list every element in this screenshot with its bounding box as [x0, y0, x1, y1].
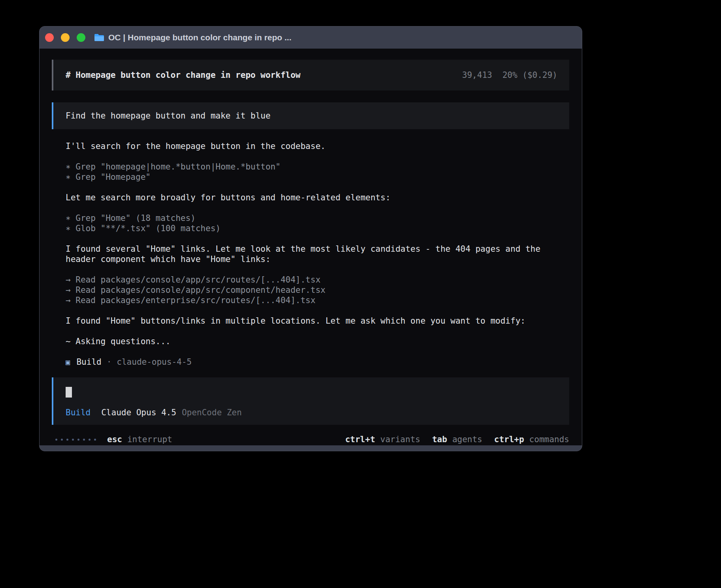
assistant-paragraph: I found "Home" buttons/links in multiple… — [66, 316, 569, 326]
folder-icon — [94, 33, 104, 42]
hint-key: esc — [107, 434, 122, 445]
hint-agents: tab agents — [432, 434, 482, 445]
window-title: OC | Homepage button color change in rep… — [108, 33, 291, 42]
status-line: ~ Asking questions... — [66, 336, 569, 347]
tool-call-grep: ∗ Grep "homepage|home.*button|Home.*butt… — [66, 162, 569, 172]
assistant-paragraph: Let me search more broadly for buttons a… — [66, 192, 569, 203]
close-button[interactable] — [45, 33, 54, 42]
prompt-input[interactable]: Build Claude Opus 4.5 OpenCode Zen — [52, 377, 569, 425]
tool-call-glob: ∗ Glob "**/*.tsx" (100 matches) — [66, 223, 569, 234]
tool-call-read: → Read packages/enterprise/src/routes/[.… — [66, 295, 569, 305]
assistant-paragraph: I found several "Home" links. Let me loo… — [66, 244, 569, 264]
hint-key: ctrl+p — [494, 434, 524, 445]
token-count: 39,413 — [462, 70, 492, 80]
user-message-text: Find the homepage button and make it blu… — [66, 111, 270, 121]
status-bar-right: ctrl+t variants tab agents ctrl+p comman… — [345, 434, 569, 445]
agent-name: Build — [76, 357, 101, 367]
hint-label: interrupt — [127, 434, 172, 445]
model-name[interactable]: Claude Opus 4.5 — [101, 407, 176, 418]
context-usage: 20% ($0.29) — [502, 70, 557, 80]
agent-model: claude-opus-4-5 — [117, 357, 192, 367]
hint-commands: ctrl+p commands — [494, 434, 569, 445]
status-bar: esc interrupt ctrl+t variants tab agents… — [52, 434, 569, 445]
session-stats: 39,413 20% ($0.29) — [462, 70, 557, 80]
terminal-window: OC | Homepage button color change in rep… — [39, 26, 582, 451]
tool-call-grep: ∗ Grep "Home" (18 matches) — [66, 213, 569, 223]
title-bar[interactable]: OC | Homepage button color change in rep… — [40, 26, 582, 49]
assistant-paragraph: I'll search for the homepage button in t… — [66, 141, 569, 151]
user-message: Find the homepage button and make it blu… — [52, 102, 569, 129]
hint-key: tab — [432, 434, 447, 445]
hint-label: commands — [529, 434, 569, 445]
traffic-lights — [45, 33, 85, 42]
agent-status-row: ▣ Build · claude-opus-4-5 — [66, 357, 569, 367]
session-header: # Homepage button color change in repo w… — [52, 60, 569, 90]
text-cursor — [66, 387, 72, 398]
terminal-content: # Homepage button color change in repo w… — [40, 49, 582, 445]
provider-name: OpenCode Zen — [182, 407, 242, 418]
input-status-row: Build Claude Opus 4.5 OpenCode Zen — [66, 407, 557, 418]
minimize-button[interactable] — [61, 33, 70, 42]
hint-key: ctrl+t — [345, 434, 375, 445]
tool-call-read: → Read packages/console/app/src/routes/[… — [66, 275, 569, 285]
agent-separator: · — [107, 357, 112, 367]
session-title: # Homepage button color change in repo w… — [66, 70, 300, 80]
zoom-button[interactable] — [77, 33, 85, 42]
tool-call-read: → Read packages/console/app/src/componen… — [66, 285, 569, 295]
assistant-transcript: I'll search for the homepage button in t… — [66, 141, 569, 367]
mode-label[interactable]: Build — [66, 407, 91, 418]
spinner-dots — [55, 439, 96, 441]
hint-label: agents — [452, 434, 482, 445]
hint-variants: ctrl+t variants — [345, 434, 420, 445]
hint-label: variants — [380, 434, 420, 445]
agent-icon: ▣ — [66, 357, 70, 367]
tool-call-grep: ∗ Grep "Homepage" — [66, 172, 569, 182]
hint-interrupt: esc interrupt — [107, 434, 172, 445]
